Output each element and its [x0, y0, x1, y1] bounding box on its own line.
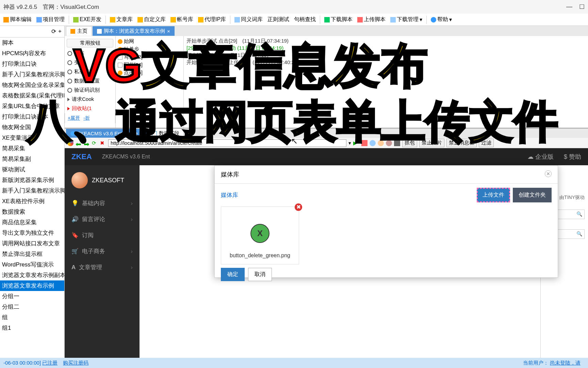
tb-regex[interactable]: 正则测试	[265, 15, 291, 24]
tree-item[interactable]: 导出文章为独立文件	[0, 228, 64, 238]
cfg-var[interactable]: 变量	[65, 58, 115, 67]
tree-item[interactable]: 分组二	[0, 302, 64, 312]
cms-sponsor[interactable]: $ 赞助	[564, 153, 581, 161]
stop-icon[interactable]: ✖	[100, 140, 106, 146]
file-item[interactable]: ✖ X button_delete_green.png	[221, 206, 299, 264]
tree-item[interactable]: 驱动测试	[0, 164, 64, 175]
cms-enterprise[interactable]: ☁ 企业版	[527, 153, 554, 161]
cfg-cookie[interactable]: 请求Cook	[65, 95, 115, 104]
tb-project[interactable]: 项目管理	[34, 15, 67, 24]
add-icon[interactable]: +	[58, 28, 62, 35]
menu-article[interactable]: A 文章管理›	[65, 259, 140, 275]
tree-item[interactable]: 数据搜索	[0, 206, 64, 217]
tree-item[interactable]: 组1	[0, 323, 64, 333]
tree-item[interactable]: XE变量演示	[0, 133, 64, 143]
capture-btn[interactable]: 抓包	[402, 139, 417, 147]
collapse-all[interactable]: -折	[83, 115, 90, 121]
common-buttons[interactable]: 常用按钮	[67, 39, 113, 47]
tb-upload-script[interactable]: 上传脚本	[355, 15, 388, 24]
tb-exe[interactable]: EXE开发	[71, 15, 103, 24]
tab-home[interactable]: 主页	[66, 26, 92, 36]
tree-item[interactable]: 脚本	[0, 37, 64, 48]
tree-item[interactable]: 禁止弹出提示框	[0, 249, 64, 259]
back-icon[interactable]: ⬅	[76, 140, 82, 146]
step-item[interactable]: 写值[22]	[116, 53, 183, 61]
tb-custom-lib[interactable]: 自定义库	[135, 15, 168, 24]
tree-item[interactable]: HPCMS内容发布	[0, 48, 64, 59]
tree-item[interactable]: 新手入门采集教程演示脚本	[0, 69, 64, 80]
tool-icon-5[interactable]	[394, 140, 400, 146]
refresh-icon[interactable]: ⟳	[51, 28, 56, 35]
tree-item[interactable]: 表格数据采集(采集代理IP)	[0, 90, 64, 101]
buy-link[interactable]: 购买注册码	[63, 360, 88, 366]
tb-download-script[interactable]: 下载脚本	[322, 15, 355, 24]
filter-btn[interactable]: 过滤	[479, 139, 494, 147]
close-icon[interactable]: ×	[140, 131, 143, 136]
minimize-icon[interactable]: —	[566, 3, 572, 11]
tree-item[interactable]: 新手入门采集教程演示脚本副本	[0, 185, 64, 196]
step-item[interactable]: 写值[24]	[116, 61, 183, 69]
login-link[interactable]: 尚未登陆，请	[550, 360, 581, 366]
tree-item[interactable]: 物友网全国企业名录采集	[0, 80, 64, 90]
step-item[interactable]: 点击[25]	[116, 69, 183, 77]
upload-file-button[interactable]: 上传文件	[477, 188, 510, 202]
tree-item[interactable]: 组	[0, 312, 64, 323]
menu-ecommerce[interactable]: 🛒 电子商务›	[65, 243, 140, 259]
tree-item[interactable]: XE表格控件示例	[0, 196, 64, 206]
tree-item[interactable]: 新版浏览器采集示例	[0, 175, 64, 185]
cfg-trash[interactable]: 回收站(1	[65, 104, 115, 113]
tree-item[interactable]: 浏览器文章发布示例副本	[0, 270, 64, 280]
tree-item[interactable]: WordPress写值演示	[0, 259, 64, 270]
noimage-btn[interactable]: 禁止图片	[419, 139, 444, 147]
tree-item[interactable]: 打印乘法口诀	[0, 59, 64, 69]
tb-account-lib[interactable]: 帐号库	[168, 15, 195, 24]
chrome-icon[interactable]	[67, 140, 74, 146]
browser-tab-cms[interactable]: ZKEACMS v3.6 Enterprise×	[66, 129, 147, 138]
go-icon[interactable]: ▶	[353, 140, 359, 146]
expand-all[interactable]: +展开	[68, 115, 80, 121]
cfg-captcha[interactable]: 验证码识别	[65, 86, 115, 95]
tree-item[interactable]: 分组一	[0, 291, 64, 302]
tab-close-icon[interactable]: ×	[167, 28, 170, 34]
maximize-icon[interactable]: ☐	[579, 3, 585, 11]
tb-synonym[interactable]: 同义词库	[232, 15, 265, 24]
dropdown-icon[interactable]: ▾	[348, 140, 351, 146]
menu-basic[interactable]: 💡 基础内容›	[65, 195, 140, 211]
delete-file-icon[interactable]: ✖	[295, 203, 302, 211]
step-item[interactable]: 始网	[116, 37, 183, 45]
cfg-db[interactable]: 数据库配置	[65, 76, 115, 86]
tool-icon-3[interactable]	[378, 140, 384, 146]
tree-item[interactable]: 浏览器文章发布示例	[0, 280, 64, 291]
cfg-script[interactable]: 脚本	[65, 49, 115, 58]
tool-icon-1[interactable]	[361, 140, 368, 146]
menu-comment[interactable]: 🔊 留言评论›	[65, 211, 140, 227]
registered-link[interactable]: 已注册	[42, 360, 58, 366]
ok-button[interactable]: 确定	[221, 268, 245, 281]
tb-proxy-lib[interactable]: 代理IP库	[196, 15, 228, 24]
tree-item[interactable]: 物友网全国	[0, 122, 64, 133]
url-input[interactable]	[108, 139, 346, 147]
reload-icon[interactable]: ⟳	[92, 140, 98, 146]
browser-tab-data[interactable]: 数据字段	[148, 128, 184, 138]
menu-subscribe[interactable]: 🔖 订阅	[65, 227, 140, 243]
step-item[interactable]: 始单步	[116, 45, 183, 53]
tb-handle[interactable]: 句柄查找	[292, 15, 318, 24]
tool-icon-2[interactable]	[370, 140, 376, 146]
tree-item[interactable]: 打印乘法口诀副本	[0, 111, 64, 122]
cancel-button[interactable]: 取消	[248, 268, 272, 281]
forward-icon[interactable]: ➡	[84, 140, 90, 146]
tool-icon-4[interactable]	[386, 140, 392, 146]
tree-item[interactable]: 商品信息采集	[0, 217, 64, 228]
tree-item[interactable]: 调用网站接口发布文章	[0, 238, 64, 249]
tb-download-mgr[interactable]: 下载管理 ▾	[388, 15, 424, 24]
tree-item[interactable]: 简易采集副	[0, 154, 64, 164]
tb-script-edit[interactable]: 脚本编辑	[1, 15, 34, 24]
tb-article-lib[interactable]: 文章库	[108, 15, 135, 24]
cfg-private[interactable]: 私有值	[65, 67, 115, 76]
breadcrumb[interactable]: 媒体库	[221, 191, 238, 199]
create-folder-button[interactable]: 创建文件夹	[513, 188, 552, 202]
tree-item[interactable]: 简易采集	[0, 143, 64, 154]
close-icon[interactable]: ×	[545, 170, 552, 177]
tree-item[interactable]: 采集URL集合中的文章	[0, 101, 64, 111]
nomsg-btn[interactable]: 禁止消息框	[446, 139, 477, 147]
